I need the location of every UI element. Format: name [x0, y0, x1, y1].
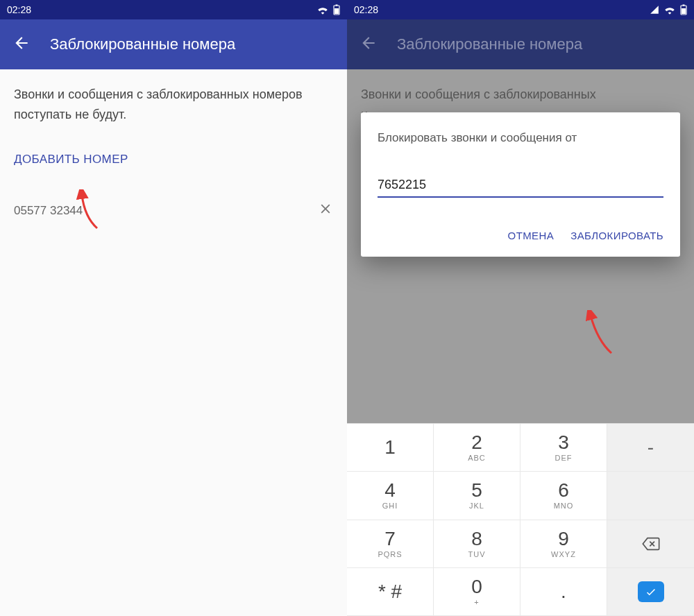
keypad-key-5[interactable]: 5JKL — [434, 472, 520, 520]
keypad-key-1[interactable]: 1 — [347, 424, 434, 472]
keypad-key-0[interactable]: 0+ — [434, 568, 520, 616]
block-button[interactable]: ЗАБЛОКИРОВАТЬ — [570, 230, 663, 241]
blocked-number-label: 05577 32344 — [14, 201, 83, 220]
page-title: Заблокированные номера — [397, 35, 582, 53]
keypad-key-4[interactable]: 4GHI — [347, 472, 434, 520]
keypad-key-2[interactable]: 2ABC — [434, 424, 520, 472]
keypad-key-3[interactable]: 3DEF — [520, 424, 607, 472]
keypad-key-6[interactable]: 6MNO — [520, 472, 607, 520]
status-bar: 02:28 — [0, 0, 347, 19]
add-number-button[interactable]: ДОБАВИТЬ НОМЕР — [14, 150, 333, 169]
keypad-key-7[interactable]: 7PQRS — [347, 520, 434, 568]
phone-number-input[interactable] — [378, 175, 663, 198]
keypad-key-8[interactable]: 8TUV — [434, 520, 520, 568]
keypad-side-key[interactable] — [607, 472, 694, 520]
svg-rect-5 — [682, 8, 686, 14]
screen-blocked-numbers: 02:28 Заблокированные номера Звонки и со… — [0, 0, 347, 616]
back-arrow-icon[interactable] — [12, 34, 31, 55]
wifi-icon — [663, 5, 676, 15]
keypad-done-button[interactable] — [607, 568, 694, 616]
status-time: 02:28 — [7, 4, 31, 15]
app-bar: Заблокированные номера — [0, 19, 347, 69]
status-bar: 02:28 — [347, 0, 694, 19]
block-number-dialog: Блокировать звонки и сообщения от ОТМЕНА… — [361, 112, 680, 257]
back-arrow-icon — [359, 34, 378, 55]
screen-add-number-dialog: 02:28 Заблокированные номера Звонки и со… — [347, 0, 694, 616]
app-bar: Заблокированные номера — [347, 19, 694, 69]
status-time: 02:28 — [354, 4, 378, 15]
description-text-bg: Звонки и сообщения с заблокированных — [361, 85, 680, 105]
battery-icon — [333, 4, 340, 15]
svg-rect-2 — [335, 8, 339, 14]
content-area: Звонки и сообщения с заблокированных ном… — [0, 69, 347, 616]
svg-rect-4 — [683, 5, 685, 6]
keypad-key-symsym[interactable]: * # — [347, 568, 434, 616]
keypad-key-9[interactable]: 9WXYZ — [520, 520, 607, 568]
status-icons — [316, 4, 340, 15]
wifi-icon — [316, 5, 329, 15]
description-text: Звонки и сообщения с заблокированных ном… — [14, 85, 333, 125]
numeric-keypad: 12ABC3DEF-4GHI5JKL6MNO 7PQRS8TUV9WXYZ* #… — [347, 423, 694, 616]
signal-icon — [650, 5, 659, 15]
page-title: Заблокированные номера — [50, 35, 235, 53]
svg-rect-1 — [336, 5, 338, 6]
keypad-side-key[interactable]: - — [607, 424, 694, 472]
battery-icon — [680, 4, 687, 15]
blocked-number-row: 05577 32344 — [14, 196, 333, 225]
keypad-key-sym[interactable]: . — [520, 568, 607, 616]
keypad-backspace-button[interactable] — [607, 520, 694, 568]
status-icons — [650, 4, 687, 15]
dialog-title: Блокировать звонки и сообщения от — [378, 129, 663, 147]
remove-number-icon[interactable] — [318, 196, 333, 225]
cancel-button[interactable]: ОТМЕНА — [508, 230, 555, 241]
